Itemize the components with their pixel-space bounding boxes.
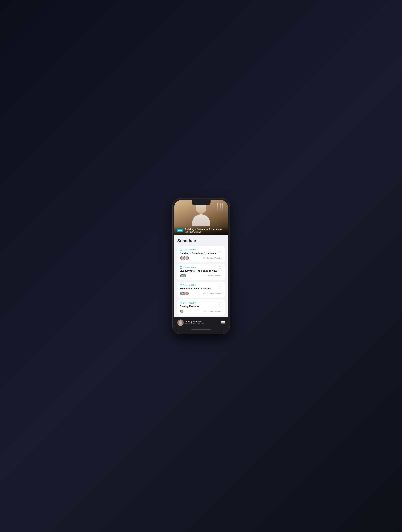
item-1-title: Building a Seamless Experience <box>180 252 216 255</box>
item-1-avatars <box>180 256 188 260</box>
avatar-1-3 <box>185 256 189 260</box>
bottom-bar: Ashley Richards MARKETING DIRECTOR <box>174 317 228 328</box>
volume-down-button <box>172 236 173 246</box>
item-3-avatars <box>180 291 188 295</box>
item-2-title: Live Keynote: The Future is Now <box>180 270 217 272</box>
star-icon-2: ☆ <box>219 267 221 270</box>
hero-title: Building a Seamless Experience <box>185 228 222 231</box>
item-3-header: 5:30 — 6:00 PM Sustainable Event Seasons… <box>180 284 222 291</box>
item-2-star-button[interactable]: ☆ <box>218 266 222 271</box>
item-4-time: 6:00 — 6:15 PM <box>183 302 196 304</box>
item-1-content: 3:30 — 4:30 PM Building a Seamless Exper… <box>180 249 216 256</box>
user-name: Ashley Richards <box>186 320 204 323</box>
item-1-attendees: 2579 Confirmed Attendees <box>203 257 222 259</box>
live-badge: Live <box>177 229 183 232</box>
hero-lights <box>217 203 223 212</box>
item-3-star-button[interactable]: ☆ <box>218 284 222 289</box>
schedule-item-4[interactable]: 6:00 — 6:15 PM Closing Remarks ☆ <box>177 299 225 316</box>
volume-up-button <box>172 224 173 234</box>
back-button[interactable]: ← <box>178 208 181 212</box>
item-1-footer: 2579 Confirmed Attendees <box>180 256 222 260</box>
hero-section: Live Building a Seamless Experience LUCI… <box>174 200 228 235</box>
item-4-header: 6:00 — 6:15 PM Closing Remarks ☆ <box>180 302 222 309</box>
schedule-item-3[interactable]: 5:30 — 6:00 PM Sustainable Event Seasons… <box>177 282 225 298</box>
item-2-time-row: 4:30 — 5:30 PM <box>180 266 217 269</box>
clock-icon-1 <box>180 249 182 251</box>
item-4-title: Closing Remarks <box>180 305 199 308</box>
menu-line-2 <box>221 323 225 323</box>
mute-button <box>172 216 173 221</box>
avatar-4-1 <box>180 309 184 313</box>
item-3-content: 5:30 — 6:00 PM Sustainable Event Seasons <box>180 284 211 291</box>
clock-icon-3 <box>180 284 182 286</box>
phone-screen: ← <box>174 200 228 332</box>
item-4-content: 6:00 — 6:15 PM Closing Remarks <box>180 302 199 309</box>
menu-line-1 <box>221 321 225 322</box>
item-2-footer: 1544 Confirmed Attendees <box>180 274 222 278</box>
item-4-attendees: 823 Confirmed Attendees <box>204 310 222 312</box>
item-2-time: 4:30 — 5:30 PM <box>183 266 196 269</box>
power-button <box>229 225 230 241</box>
item-1-header: 3:30 — 4:30 PM Building a Seamless Exper… <box>180 249 222 256</box>
item-1-star-button[interactable]: ☆ <box>218 249 222 253</box>
menu-line-3 <box>221 323 225 324</box>
item-1-time: 3:30 — 4:30 PM <box>183 249 196 251</box>
item-3-footer: 3592 Confirmed Attendees <box>180 291 222 295</box>
item-3-time: 5:30 — 6:00 PM <box>183 284 196 286</box>
star-icon-3: ☆ <box>219 285 221 288</box>
schedule-item-1[interactable]: 3:30 — 4:30 PM Building a Seamless Exper… <box>177 246 225 262</box>
user-role: MARKETING DIRECTOR <box>186 323 204 325</box>
item-4-time-row: 6:00 — 6:15 PM <box>180 302 199 304</box>
item-2-avatars <box>180 274 185 278</box>
item-3-title: Sustainable Event Seasons <box>180 287 211 290</box>
item-3-attendees: 3592 Confirmed Attendees <box>203 293 222 294</box>
hero-text: Building a Seamless Experience LUCIENNE … <box>185 228 222 233</box>
user-text: Ashley Richards MARKETING DIRECTOR <box>186 320 204 325</box>
item-4-star-button[interactable]: ☆ <box>218 302 222 307</box>
star-icon-4: ☆ <box>219 303 221 305</box>
avatar-2-2 <box>182 274 186 278</box>
item-3-time-row: 5:30 — 6:00 PM <box>180 284 211 286</box>
schedule-list: 3:30 — 4:30 PM Building a Seamless Exper… <box>177 246 225 317</box>
item-4-footer: 823 Confirmed Attendees <box>180 309 222 313</box>
item-4-avatars <box>180 309 182 313</box>
notch <box>192 200 210 205</box>
star-icon-1: ☆ <box>219 250 221 252</box>
item-1-time-row: 3:30 — 4:30 PM <box>180 249 216 251</box>
clock-icon-4 <box>180 302 182 304</box>
item-2-attendees: 1544 Confirmed Attendees <box>203 275 222 277</box>
schedule-section: Schedule 3:30 — 4:30 PM Building a Seaml… <box>174 235 228 317</box>
user-avatar <box>177 319 184 326</box>
hero-overlay: Live Building a Seamless Experience LUCI… <box>174 226 228 234</box>
avatar-3-3 <box>185 291 189 295</box>
hero-presenter: LUCIENNE WILLIAMS <box>185 231 222 233</box>
menu-button[interactable] <box>221 321 225 324</box>
phone-frame: ← <box>173 198 229 334</box>
home-bar <box>191 329 211 330</box>
item-2-content: 4:30 — 5:30 PM Live Keynote: The Future … <box>180 266 217 274</box>
schedule-title: Schedule <box>177 238 225 243</box>
user-info: Ashley Richards MARKETING DIRECTOR <box>177 319 204 326</box>
item-2-header: 4:30 — 5:30 PM Live Keynote: The Future … <box>180 266 222 274</box>
home-indicator <box>174 328 228 332</box>
clock-icon-2 <box>180 266 182 269</box>
schedule-item-2[interactable]: 4:30 — 5:30 PM Live Keynote: The Future … <box>177 264 225 280</box>
